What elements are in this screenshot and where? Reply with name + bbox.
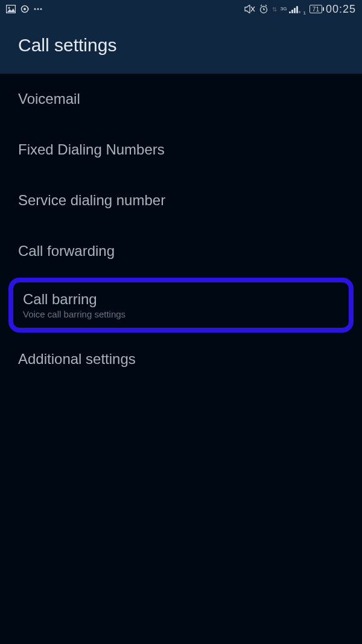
settings-item-subtitle: Voice call barring settings bbox=[23, 309, 339, 319]
settings-item-title: Service dialing number bbox=[18, 192, 344, 209]
more-dots-icon bbox=[34, 7, 42, 11]
svg-point-3 bbox=[24, 8, 26, 10]
svg-point-7 bbox=[40, 8, 42, 10]
settings-item-call-barring[interactable]: Call barring Voice call barring settings bbox=[8, 278, 354, 333]
dot-notification-icon bbox=[21, 5, 29, 13]
settings-item-fixed-dialing[interactable]: Fixed Dialing Numbers bbox=[0, 124, 362, 175]
svg-point-6 bbox=[37, 8, 39, 10]
status-left bbox=[6, 5, 42, 13]
settings-list: Voicemail Fixed Dialing Numbers Service … bbox=[0, 74, 362, 384]
sim-slot-label: 1 bbox=[303, 10, 305, 16]
settings-item-title: Fixed Dialing Numbers bbox=[18, 141, 344, 158]
network-type-label: 3G bbox=[281, 7, 287, 11]
status-right: ⇅ 3G 1 71 00:25 bbox=[244, 3, 356, 16]
svg-rect-4 bbox=[28, 8, 29, 10]
page-title: Call settings bbox=[18, 35, 344, 56]
alarm-icon bbox=[259, 4, 268, 14]
settings-item-title: Additional settings bbox=[18, 351, 344, 368]
settings-item-title: Call barring bbox=[23, 291, 339, 308]
highlight-frame: Call barring Voice call barring settings bbox=[8, 278, 354, 333]
signal-icon bbox=[289, 5, 300, 13]
settings-item-title: Call forwarding bbox=[18, 243, 344, 260]
app-header: Call settings bbox=[0, 18, 362, 74]
settings-item-title: Voicemail bbox=[18, 91, 344, 107]
clock-text: 00:25 bbox=[326, 3, 356, 16]
settings-item-call-forwarding[interactable]: Call forwarding bbox=[0, 226, 362, 276]
battery-level-text: 71 bbox=[313, 6, 319, 13]
volume-mute-icon bbox=[244, 5, 255, 13]
settings-item-service-dialing[interactable]: Service dialing number bbox=[0, 175, 362, 226]
status-bar: ⇅ 3G 1 71 00:25 bbox=[0, 0, 362, 18]
svg-point-1 bbox=[8, 7, 10, 9]
data-arrows-icon: ⇅ bbox=[272, 6, 277, 13]
picture-icon bbox=[6, 5, 16, 13]
svg-point-5 bbox=[34, 8, 36, 10]
battery-icon: 71 bbox=[310, 5, 322, 13]
settings-item-additional[interactable]: Additional settings bbox=[0, 334, 362, 384]
settings-item-voicemail[interactable]: Voicemail bbox=[0, 74, 362, 124]
